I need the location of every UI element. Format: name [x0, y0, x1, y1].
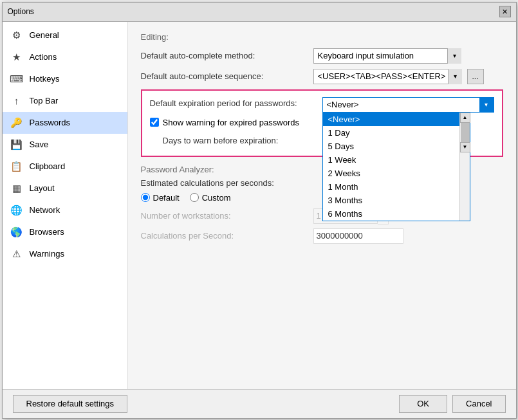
expiration-option-6months[interactable]: 6 Months — [323, 207, 470, 221]
sidebar-label-network: Network — [30, 205, 60, 215]
sidebar-label-browsers: Browsers — [30, 227, 64, 237]
calc-per-second-input[interactable] — [313, 228, 403, 244]
footer-left: Restore default settings — [13, 395, 128, 413]
custom-radio-row: Custom — [190, 193, 231, 203]
days-warn-label: Days to warn before expiration: — [163, 136, 317, 145]
footer-right: OK Cancel — [399, 395, 505, 413]
expiration-dropdown-list: <Never> 1 Day 5 Days 1 Week 2 Weeks 1 Mo… — [322, 113, 470, 221]
autocomplete-method-label: Default auto-complete method: — [141, 51, 308, 60]
calc-per-second-row: Calculations per Second: — [141, 228, 503, 244]
editing-section-title: Editing: — [141, 32, 503, 42]
expiration-option-1day[interactable]: 1 Day — [323, 126, 470, 140]
title-bar: Options ✕ — [3, 3, 516, 22]
general-icon: ⚙ — [10, 29, 23, 42]
dialog-footer: Restore default settings OK Cancel — [3, 389, 516, 418]
sidebar-item-actions[interactable]: ★ Actions — [3, 46, 127, 68]
dialog-body: ⚙ General ★ Actions ⌨ Hotkeys ↑ Top Bar … — [3, 22, 516, 389]
expiration-option-5days[interactable]: 5 Days — [323, 140, 470, 153]
scrollbar-up-btn[interactable]: ▲ — [460, 113, 470, 123]
default-radio-row: Default — [141, 193, 180, 203]
dropdown-scrollbar[interactable]: ▲ ▼ — [459, 113, 470, 221]
options-dialog: Options ✕ ⚙ General ★ Actions ⌨ Hotkeys … — [2, 2, 517, 419]
workstations-label: Number of workstations: — [141, 211, 308, 221]
expiration-option-1week[interactable]: 1 Week — [323, 153, 470, 167]
dialog-title: Options — [8, 7, 34, 16]
cancel-button[interactable]: Cancel — [452, 395, 505, 413]
expiration-dropdown-container: <Never> ▾ <Never> 1 Day 5 Days 1 Week 2 … — [322, 97, 494, 113]
topbar-icon: ↑ — [10, 95, 23, 107]
scrollbar-down-btn[interactable]: ▼ — [460, 142, 470, 152]
sidebar-label-layout: Layout — [30, 183, 55, 193]
save-icon: 💾 — [10, 138, 23, 151]
sidebar-item-general[interactable]: ⚙ General — [3, 24, 127, 46]
sidebar-label-hotkeys: Hotkeys — [30, 74, 60, 84]
custom-radio[interactable] — [190, 193, 199, 202]
sidebar-item-warnings[interactable]: ⚠ Warnings — [3, 243, 127, 265]
sidebar-label-warnings: Warnings — [30, 249, 64, 259]
expiration-current-value: <Never> — [327, 100, 479, 109]
sidebar-label-general: General — [30, 30, 59, 40]
show-warning-checkbox[interactable] — [150, 118, 159, 127]
calc-per-second-label: Calculations per Second: — [141, 231, 308, 241]
sidebar: ⚙ General ★ Actions ⌨ Hotkeys ↑ Top Bar … — [3, 22, 128, 389]
autocomplete-sequence-select[interactable]: <USER><TAB><PASS><ENTER> — [313, 69, 462, 84]
default-radio[interactable] — [141, 193, 150, 202]
actions-icon: ★ — [10, 51, 23, 64]
autocomplete-method-row: Default auto-complete method: Keyboard i… — [141, 48, 503, 64]
sidebar-item-layout[interactable]: ▦ Layout — [3, 178, 127, 199]
sidebar-label-save: Save — [30, 140, 49, 149]
sequence-ellipsis-button[interactable]: ... — [467, 69, 484, 84]
sidebar-item-passwords[interactable]: 🔑 Passwords — [3, 112, 127, 134]
sidebar-item-topbar[interactable]: ↑ Top Bar — [3, 90, 127, 112]
autocomplete-sequence-select-wrapper: <USER><TAB><PASS><ENTER> ▾ — [313, 69, 462, 84]
warnings-icon: ⚠ — [10, 248, 23, 260]
sidebar-label-actions: Actions — [30, 52, 57, 62]
expiration-option-2weeks[interactable]: 2 Weeks — [323, 167, 470, 180]
autocomplete-method-select[interactable]: Keyboard input simulation — [313, 48, 461, 64]
show-warning-label: Show warning for expired passwords — [163, 118, 299, 127]
scrollbar-thumb — [461, 123, 470, 142]
expiration-option-3months[interactable]: 3 Months — [323, 194, 470, 207]
expiration-period-row: Default expiration period for passwords:… — [150, 97, 494, 113]
sidebar-label-clipboard: Clipboard — [30, 161, 66, 171]
layout-icon: ▦ — [10, 182, 23, 195]
browsers-icon: 🌎 — [10, 226, 23, 239]
expiration-option-never[interactable]: <Never> — [323, 113, 470, 126]
close-button[interactable]: ✕ — [499, 6, 511, 17]
sidebar-label-topbar: Top Bar — [30, 96, 59, 105]
expiration-dropdown-arrow: ▾ — [479, 98, 494, 112]
custom-radio-label: Custom — [202, 193, 231, 203]
sidebar-item-hotkeys[interactable]: ⌨ Hotkeys — [3, 68, 127, 90]
clipboard-icon: 📋 — [10, 160, 23, 173]
sidebar-label-passwords: Passwords — [30, 118, 71, 127]
autocomplete-sequence-row: Default auto-complete sequence: <USER><T… — [141, 69, 503, 84]
expiration-label: Default expiration period for passwords: — [150, 97, 317, 108]
restore-defaults-button[interactable]: Restore default settings — [13, 395, 128, 413]
sidebar-item-clipboard[interactable]: 📋 Clipboard — [3, 156, 127, 178]
expiration-option-1month[interactable]: 1 Month — [323, 180, 470, 194]
sidebar-item-save[interactable]: 💾 Save — [3, 134, 127, 156]
network-icon: 🌐 — [10, 204, 23, 217]
autocomplete-method-select-wrapper: Keyboard input simulation ▾ — [313, 48, 461, 64]
passwords-icon: 🔑 — [10, 116, 23, 129]
autocomplete-sequence-label: Default auto-complete sequence: — [141, 71, 308, 81]
content-area: Editing: Default auto-complete method: K… — [128, 22, 516, 389]
sidebar-item-browsers[interactable]: 🌎 Browsers — [3, 221, 127, 243]
ok-button[interactable]: OK — [399, 395, 447, 413]
calculations-label: Estimated calculations per seconds: — [141, 178, 308, 188]
default-radio-label: Default — [153, 193, 180, 203]
hotkeys-icon: ⌨ — [10, 73, 23, 86]
expiration-box: Default expiration period for passwords:… — [141, 89, 503, 157]
sidebar-item-network[interactable]: 🌐 Network — [3, 199, 127, 221]
expiration-dropdown-trigger[interactable]: <Never> ▾ — [322, 97, 494, 113]
